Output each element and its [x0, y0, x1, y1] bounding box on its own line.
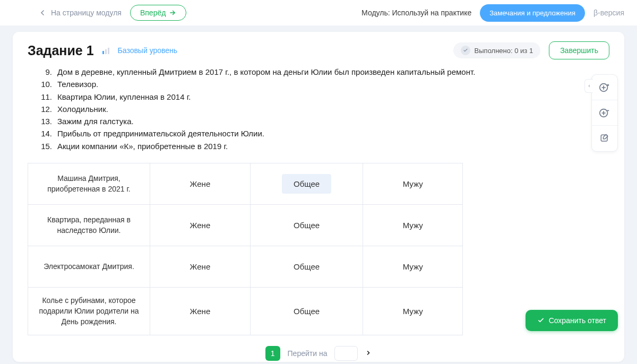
- progress-chip: Выполнено: 0 из 1: [453, 42, 541, 58]
- side-tools-panel: [591, 74, 618, 152]
- option-cell: Жене: [150, 204, 251, 246]
- finish-button[interactable]: Завершить: [549, 41, 609, 59]
- option-common[interactable]: Общее: [282, 257, 331, 276]
- list-item: 9.Дом в деревне, купленный Дмитрием в 20…: [40, 66, 609, 78]
- goto-input[interactable]: [334, 346, 358, 361]
- font-plus-icon: [599, 82, 610, 93]
- note-button[interactable]: [592, 126, 617, 151]
- list-item-text: Квартира Юлии, купленная в 2014 г.: [57, 91, 191, 103]
- goto-label: Перейти на: [288, 349, 328, 358]
- card-header: Задание 1 Базовый уровень Выполнено: 0 и…: [13, 32, 624, 66]
- row-label: Машина Дмитрия, приобретенная в 2021 г.: [28, 163, 150, 204]
- level-bars-icon: [102, 47, 109, 54]
- option-cell: Жене: [150, 246, 251, 287]
- option-cell: Общее: [250, 287, 363, 335]
- pager: 1 Перейти на: [28, 341, 609, 362]
- forward-button[interactable]: Вперёд: [130, 5, 186, 21]
- row-label: Квартира, переданная в наследство Юлии.: [28, 204, 150, 246]
- list-item-text: Дом в деревне, купленный Дмитрием в 2017…: [57, 66, 475, 78]
- edit-note-icon: [599, 133, 610, 144]
- list-item-number: 9.: [40, 66, 52, 78]
- option-cell: Общее: [250, 246, 363, 287]
- check-icon: [461, 46, 470, 55]
- save-answer-button[interactable]: Сохранить ответ: [526, 310, 618, 331]
- items-list: 9.Дом в деревне, купленный Дмитрием в 20…: [28, 66, 609, 160]
- list-item: 15.Акции компании «К», приобретенные в 2…: [40, 140, 609, 152]
- option-wife[interactable]: Жене: [178, 174, 222, 194]
- list-item-number: 14.: [40, 127, 52, 140]
- list-item: 10.Телевизор.: [40, 78, 609, 90]
- font-decrease-button[interactable]: [592, 100, 617, 126]
- list-item: 13.Зажим для галстука.: [40, 115, 609, 127]
- option-cell: Мужу: [363, 163, 463, 204]
- list-item-number: 10.: [40, 78, 52, 90]
- list-item: 12.Холодильник.: [40, 103, 609, 115]
- beta-label: β-версия: [593, 8, 624, 17]
- font-minus-icon: [599, 107, 610, 119]
- back-to-module-link[interactable]: На страницу модуля: [38, 8, 122, 17]
- option-cell: Мужу: [363, 287, 463, 335]
- list-item-text: Телевизор.: [57, 78, 98, 90]
- option-husband[interactable]: Мужу: [391, 215, 435, 235]
- collapse-panel-button[interactable]: [584, 79, 593, 93]
- option-husband[interactable]: Мужу: [391, 174, 435, 194]
- list-item-number: 12.: [40, 103, 52, 115]
- back-label: На страницу модуля: [51, 8, 122, 17]
- list-item-number: 11.: [40, 91, 52, 103]
- list-item-number: 13.: [40, 115, 52, 127]
- table-row: Машина Дмитрия, приобретенная в 2021 г.Ж…: [28, 163, 463, 204]
- list-item: 14.Прибыль от предпринимательской деятел…: [40, 127, 609, 140]
- row-label: Колье с рубинами, которое подарили Юлии …: [28, 287, 150, 335]
- option-wife[interactable]: Жене: [178, 257, 222, 276]
- forward-label: Вперёд: [140, 8, 166, 17]
- option-husband[interactable]: Мужу: [391, 301, 435, 321]
- task-title: Задание 1: [28, 43, 94, 58]
- option-common[interactable]: Общее: [282, 174, 331, 194]
- option-cell: Мужу: [363, 204, 463, 246]
- font-increase-button[interactable]: [592, 75, 617, 100]
- list-item: 11.Квартира Юлии, купленная в 2014 г.: [40, 91, 609, 103]
- list-item-text: Акции компании «К», приобретенные в 2019…: [57, 140, 228, 152]
- chevron-right-icon: [365, 350, 372, 356]
- option-husband[interactable]: Мужу: [391, 257, 435, 276]
- save-label: Сохранить ответ: [549, 316, 606, 325]
- module-label: Модуль: Используй на практике: [361, 8, 471, 17]
- list-item-text: Зажим для галстука.: [57, 115, 134, 127]
- list-item-text: Холодильник.: [57, 103, 108, 115]
- option-cell: Мужу: [363, 246, 463, 287]
- feedback-button[interactable]: Замечания и предложения: [480, 4, 585, 22]
- list-item-text: Прибыль от предпринимательской деятельно…: [57, 127, 264, 140]
- option-cell: Жене: [150, 287, 251, 335]
- check-icon: [537, 317, 545, 324]
- progress-text: Выполнено: 0 из 1: [475, 47, 533, 55]
- option-wife[interactable]: Жене: [178, 215, 222, 235]
- option-cell: Жене: [150, 163, 251, 204]
- answer-table: Машина Дмитрия, приобретенная в 2021 г.Ж…: [28, 163, 463, 335]
- table-row: Электросамокат Дмитрия.ЖенеОбщееМужу: [28, 246, 463, 287]
- table-row: Колье с рубинами, которое подарили Юлии …: [28, 287, 463, 335]
- option-cell: Общее: [250, 204, 363, 246]
- option-common[interactable]: Общее: [282, 301, 331, 321]
- list-item-number: 15.: [40, 140, 52, 152]
- next-page-button[interactable]: [365, 349, 372, 358]
- chevron-left-icon: [587, 84, 591, 88]
- row-label: Электросамокат Дмитрия.: [28, 246, 150, 287]
- topbar: На страницу модуля Вперёд Модуль: Исполь…: [0, 0, 637, 25]
- option-wife[interactable]: Жене: [178, 301, 222, 321]
- current-page[interactable]: 1: [265, 346, 280, 361]
- option-cell: Общее: [250, 163, 363, 204]
- level-label: Базовый уровень: [118, 46, 178, 55]
- arrow-left-icon: [38, 8, 47, 17]
- arrow-right-icon: [169, 9, 176, 16]
- table-row: Квартира, переданная в наследство Юлии.Ж…: [28, 204, 463, 246]
- option-common[interactable]: Общее: [282, 215, 331, 235]
